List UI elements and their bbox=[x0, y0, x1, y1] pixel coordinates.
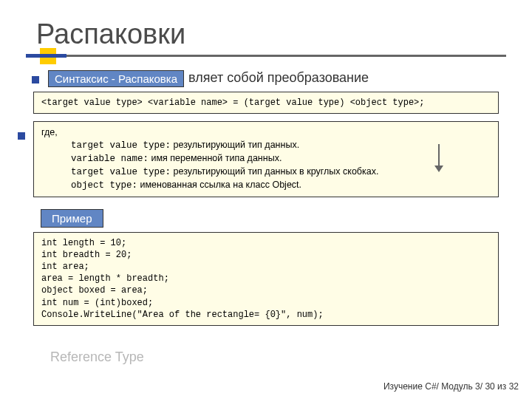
syntax-row: Синтаксис - Распаковка вляет собой преоб… bbox=[32, 70, 506, 87]
desc-line: variable name: имя переменной типа данны… bbox=[71, 152, 491, 166]
example-code-box: int length = 10; int breadth = 20; int a… bbox=[33, 232, 499, 326]
desc-line: target value type: результирующий тип да… bbox=[71, 139, 491, 152]
content: Синтаксис - Распаковка вляет собой преоб… bbox=[26, 70, 506, 326]
bullet-icon bbox=[18, 132, 25, 140]
where-label: где, bbox=[41, 126, 491, 139]
faded-caption: Reference Type bbox=[50, 349, 144, 365]
title-underline bbox=[26, 55, 506, 57]
title-area: Распаковки bbox=[26, 18, 506, 57]
lead-text: вляет собой преобразование bbox=[188, 70, 369, 86]
footer-text: Изучение C#/ Модуль 3/ 30 из 32 bbox=[383, 381, 519, 392]
desc-line: object type: именованная ссылка на класс… bbox=[71, 179, 491, 192]
syntax-code-box: <target value type> <variable name> = (t… bbox=[33, 92, 499, 114]
description-box: где, target value type: результирующий т… bbox=[33, 121, 499, 197]
bullet-icon bbox=[32, 76, 39, 83]
title-underline-accent bbox=[26, 54, 66, 58]
desc-line: target value type: результирующий тип да… bbox=[71, 166, 491, 179]
syntax-label: Синтаксис - Распаковка bbox=[48, 70, 184, 87]
slide-title: Распаковки bbox=[36, 18, 506, 50]
example-label: Пример bbox=[41, 209, 103, 228]
arrow-down-icon bbox=[438, 144, 440, 166]
slide: Распаковки Синтаксис - Распаковка вляет … bbox=[0, 0, 532, 399]
